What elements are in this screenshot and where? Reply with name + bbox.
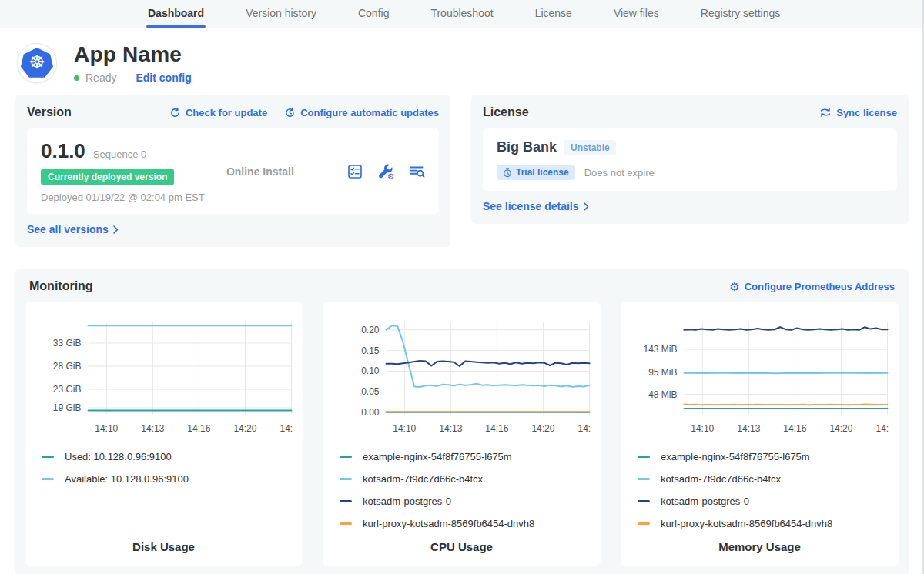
version-info: 0.1.0 Sequence 0 Currently deployed vers… [41,139,205,203]
edit-config-link[interactable]: Edit config [136,72,191,84]
kubernetes-wheel-icon: ☸ [28,53,45,72]
license-name-row: Big Bank Unstable [497,139,883,155]
sync-license-link[interactable]: Sync license [819,107,897,118]
x-tick-label: 14:16 [783,423,806,434]
legend-dash-icon [638,478,650,480]
schedule-update-icon [284,107,296,118]
cards-row: Version Check for update Configure autom… [0,95,924,247]
preflight-checks-icon[interactable] [346,163,363,180]
series-line [685,405,888,405]
legend-item: kotsadm-7f9dc7d66c-b4tcx [340,468,588,490]
tab-view-files[interactable]: View files [614,0,659,28]
configure-auto-updates-link[interactable]: Configure automatic updates [284,107,439,118]
y-tick-label: 0.10 [361,365,380,376]
x-tick-label: 14:13 [141,423,164,434]
legend-dash-icon [42,478,54,480]
x-tick-label: 14:23 [280,423,293,434]
version-card-actions: Check for update Configure automatic upd… [169,107,439,118]
check-for-update-link[interactable]: Check for update [169,107,267,118]
memory-usage-legend: example-nginx-54f8f76755-l675mkotsadm-7f… [630,441,889,532]
legend-item: Available: 10.128.0.96:9100 [42,468,290,490]
memory-usage-title: Memory Usage [630,540,889,558]
license-card-title: License [483,105,529,119]
x-tick-label: 14:10 [95,423,118,434]
app-logo: ☸ [17,43,57,83]
y-tick-label: 0.00 [361,407,380,418]
cpu-usage-legend: example-nginx-54f8f76755-l675mkotsadm-7f… [332,441,591,532]
legend-item: kotsadm-7f9dc7d66c-b4tcx [638,468,886,490]
refresh-icon [169,107,181,118]
tab-license[interactable]: License [535,0,572,28]
version-sequence: Sequence 0 [93,149,146,160]
trial-license-badge: Trial license [497,165,575,180]
see-license-details-link[interactable]: See license details [483,200,589,212]
y-tick-label: 19 GiB [53,402,82,413]
tab-troubleshoot[interactable]: Troubleshoot [430,0,493,28]
chevron-right-icon [584,202,589,211]
gear-icon: ⚙ [729,281,739,292]
x-tick-label: 14:13 [439,423,462,434]
memory-usage-plot[interactable]: 14:1014:1314:1614:2014:2348 MiB95 MiB143… [630,312,889,441]
monitoring-title: Monitoring [29,279,93,293]
stopwatch-icon [503,168,512,178]
legend-item: kurl-proxy-kotsadm-8569fb6454-dnvh8 [638,512,886,535]
legend-label: kotsadm-postgres-0 [363,496,451,507]
x-tick-label: 14:10 [393,423,416,434]
legend-dash-icon [340,500,352,502]
tab-config[interactable]: Config [358,0,389,28]
chart-card-cpu-usage: 14:1014:1314:1614:2014:230.000.050.100.1… [323,302,601,566]
tab-registry-settings[interactable]: Registry settings [701,0,780,28]
legend-item: kotsadm-postgres-0 [638,490,886,512]
version-number: 0.1.0 [41,139,85,163]
top-nav: DashboardVersion historyConfigTroublesho… [0,0,924,28]
y-tick-label: 0.20 [361,325,380,335]
license-customer-name: Big Bank [497,139,557,155]
tab-version-history[interactable]: Version history [246,0,316,28]
configure-prometheus-link[interactable]: ⚙ Configure Prometheus Address [729,281,895,292]
disk-usage-plot[interactable]: 14:1014:1314:1614:2014:2319 GiB23 GiB28 … [34,312,293,441]
legend-label: kurl-proxy-kotsadm-8569fb6454-dnvh8 [363,518,534,529]
charts-row: 14:1014:1314:1614:2014:2319 GiB23 GiB28 … [25,302,899,566]
version-card: Version Check for update Configure autom… [15,95,450,247]
version-card-header: Version Check for update Configure autom… [27,105,439,119]
cpu-usage-plot[interactable]: 14:1014:1314:1614:2014:230.000.050.100.1… [332,312,591,441]
y-tick-label: 95 MiB [648,367,677,378]
series-line [685,327,888,330]
app-meta: App Name Ready Edit config [74,42,192,84]
license-card-header: License Sync license [483,105,897,119]
x-tick-label: 14:20 [829,423,852,434]
page-title: App Name [74,42,192,67]
config-wrench-icon[interactable]: ⚙ [377,163,394,180]
deploy-logs-icon[interactable] [408,163,425,180]
legend-label: Available: 10.128.0.96:9100 [65,473,189,485]
tab-dashboard[interactable]: Dashboard [148,0,204,28]
channel-badge: Unstable [564,140,616,155]
status-badge: Ready [85,72,116,84]
legend-label: kotsadm-7f9dc7d66c-b4tcx [363,473,483,485]
x-tick-label: 14:10 [691,423,714,434]
app-header: ☸ App Name Ready Edit config [0,28,924,95]
x-tick-label: 14:23 [578,423,591,434]
license-expiry-text: Does not expire [584,167,654,179]
trial-license-label: Trial license [516,167,569,178]
see-all-versions-link[interactable]: See all versions [27,223,119,235]
kubernetes-logo-icon: ☸ [21,48,53,78]
y-tick-label: 23 GiB [53,384,82,395]
x-tick-label: 14:13 [737,423,760,434]
license-info-row: Big Bank Unstable Trial license Does not… [483,128,897,191]
y-tick-label: 0.05 [361,386,380,397]
license-card: License Sync license Big Bank Unstable [471,95,909,224]
legend-dash-icon [638,456,650,458]
install-type-label: Online Install [226,165,294,178]
svg-text:⚙: ⚙ [387,172,394,180]
y-tick-label: 28 GiB [53,361,82,372]
legend-dash-icon [340,478,352,480]
monitoring-section: Monitoring ⚙ Configure Prometheus Addres… [15,269,909,574]
y-tick-label: 143 MiB [643,344,677,355]
configure-prometheus-label: Configure Prometheus Address [745,281,895,292]
legend-label: kurl-proxy-kotsadm-8569fb6454-dnvh8 [661,518,832,529]
monitoring-header: Monitoring ⚙ Configure Prometheus Addres… [25,276,899,302]
legend-dash-icon [340,456,352,458]
nav-tabs: DashboardVersion historyConfigTroublesho… [0,0,924,28]
y-tick-label: 48 MiB [648,389,677,400]
